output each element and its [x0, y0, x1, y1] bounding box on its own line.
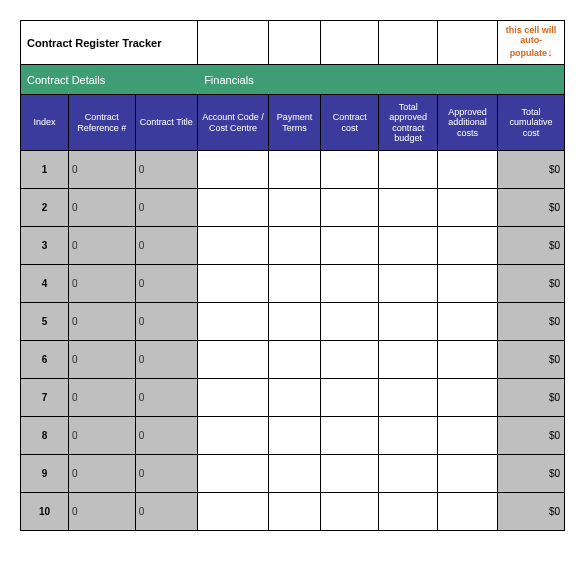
cell-account[interactable]: [198, 227, 269, 265]
cell-title[interactable]: 0: [135, 227, 198, 265]
cell-budget[interactable]: [379, 303, 437, 341]
cell-cumulative: $0: [498, 341, 565, 379]
auto-populate-note: this cell will auto-populate↓: [498, 21, 565, 65]
cell-reference[interactable]: 0: [68, 265, 135, 303]
cell-cost[interactable]: [321, 227, 379, 265]
cell-account[interactable]: [198, 303, 269, 341]
down-arrow-icon: ↓: [547, 46, 553, 58]
table-row: 800$0: [21, 417, 565, 455]
cell-cumulative: $0: [498, 189, 565, 227]
cell-cost[interactable]: [321, 493, 379, 531]
cell-cost[interactable]: [321, 455, 379, 493]
cell-reference[interactable]: 0: [68, 227, 135, 265]
cell-account[interactable]: [198, 455, 269, 493]
cell-additional[interactable]: [437, 227, 497, 265]
cell-budget[interactable]: [379, 227, 437, 265]
cell-index: 10: [21, 493, 69, 531]
cell-cost[interactable]: [321, 265, 379, 303]
cell-account[interactable]: [198, 265, 269, 303]
cell-additional[interactable]: [437, 493, 497, 531]
cell-index: 9: [21, 455, 69, 493]
cell-additional[interactable]: [437, 151, 497, 189]
cell-terms[interactable]: [269, 379, 321, 417]
cell-index: 3: [21, 227, 69, 265]
cell-index: 2: [21, 189, 69, 227]
cell-budget[interactable]: [379, 341, 437, 379]
cell-account[interactable]: [198, 189, 269, 227]
cell-additional[interactable]: [437, 303, 497, 341]
table-row: 300$0: [21, 227, 565, 265]
cell-title[interactable]: 0: [135, 379, 198, 417]
cell-reference[interactable]: 0: [68, 341, 135, 379]
cell-reference[interactable]: 0: [68, 151, 135, 189]
cell-additional[interactable]: [437, 189, 497, 227]
title-spacer: [437, 21, 497, 65]
cell-cumulative: $0: [498, 493, 565, 531]
cell-cost[interactable]: [321, 379, 379, 417]
cell-title[interactable]: 0: [135, 265, 198, 303]
cell-title[interactable]: 0: [135, 455, 198, 493]
cell-title[interactable]: 0: [135, 417, 198, 455]
col-additional-costs: Approved additional costs: [437, 95, 497, 151]
cell-terms[interactable]: [269, 151, 321, 189]
cell-budget[interactable]: [379, 417, 437, 455]
cell-additional[interactable]: [437, 341, 497, 379]
col-index: Index: [21, 95, 69, 151]
contract-register-table: Contract Register Tracker this cell will…: [20, 20, 565, 531]
cell-budget[interactable]: [379, 379, 437, 417]
cell-budget[interactable]: [379, 493, 437, 531]
cell-cost[interactable]: [321, 341, 379, 379]
cell-title[interactable]: 0: [135, 189, 198, 227]
cell-cumulative: $0: [498, 455, 565, 493]
cell-account[interactable]: [198, 341, 269, 379]
cell-additional[interactable]: [437, 379, 497, 417]
cell-account[interactable]: [198, 493, 269, 531]
cell-terms[interactable]: [269, 189, 321, 227]
cell-title[interactable]: 0: [135, 151, 198, 189]
cell-terms[interactable]: [269, 341, 321, 379]
cell-cumulative: $0: [498, 265, 565, 303]
cell-index: 8: [21, 417, 69, 455]
cell-account[interactable]: [198, 417, 269, 455]
cell-cost[interactable]: [321, 417, 379, 455]
cell-title[interactable]: 0: [135, 493, 198, 531]
cell-cost[interactable]: [321, 151, 379, 189]
cell-reference[interactable]: 0: [68, 455, 135, 493]
table-row: 900$0: [21, 455, 565, 493]
cell-index: 4: [21, 265, 69, 303]
cell-cost[interactable]: [321, 189, 379, 227]
cell-terms[interactable]: [269, 417, 321, 455]
table-row: 700$0: [21, 379, 565, 417]
column-header-row: Index Contract Reference # Contract Titl…: [21, 95, 565, 151]
col-payment-terms: Payment Terms: [269, 95, 321, 151]
cell-account[interactable]: [198, 151, 269, 189]
cell-reference[interactable]: 0: [68, 189, 135, 227]
cell-title[interactable]: 0: [135, 341, 198, 379]
cell-reference[interactable]: 0: [68, 493, 135, 531]
cell-budget[interactable]: [379, 151, 437, 189]
cell-additional[interactable]: [437, 265, 497, 303]
table-row: 1000$0: [21, 493, 565, 531]
cell-reference[interactable]: 0: [68, 303, 135, 341]
table-row: 500$0: [21, 303, 565, 341]
cell-terms[interactable]: [269, 265, 321, 303]
cell-reference[interactable]: 0: [68, 417, 135, 455]
cell-budget[interactable]: [379, 265, 437, 303]
cell-terms[interactable]: [269, 227, 321, 265]
cell-terms[interactable]: [269, 303, 321, 341]
cell-additional[interactable]: [437, 417, 497, 455]
cell-budget[interactable]: [379, 455, 437, 493]
cell-index: 7: [21, 379, 69, 417]
cell-index: 1: [21, 151, 69, 189]
cell-cumulative: $0: [498, 151, 565, 189]
cell-terms[interactable]: [269, 455, 321, 493]
cell-additional[interactable]: [437, 455, 497, 493]
col-account-code: Account Code / Cost Centre: [198, 95, 269, 151]
cell-title[interactable]: 0: [135, 303, 198, 341]
cell-account[interactable]: [198, 379, 269, 417]
section-contract-details: Contract Details: [21, 65, 198, 95]
cell-cost[interactable]: [321, 303, 379, 341]
cell-budget[interactable]: [379, 189, 437, 227]
cell-terms[interactable]: [269, 493, 321, 531]
cell-reference[interactable]: 0: [68, 379, 135, 417]
